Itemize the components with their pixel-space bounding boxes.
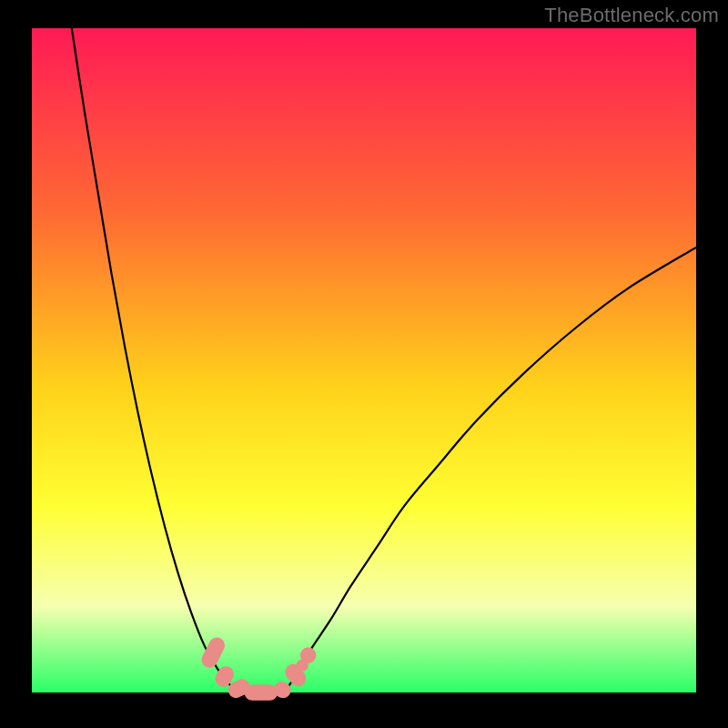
watermark-text: TheBottleneck.com bbox=[544, 4, 719, 27]
chart-frame: { "watermark": "TheBottleneck.com", "col… bbox=[0, 0, 728, 728]
marker-capsule bbox=[245, 684, 278, 701]
bottleneck-chart bbox=[0, 0, 728, 728]
plot-background bbox=[32, 28, 696, 693]
marker-dot bbox=[297, 660, 308, 672]
